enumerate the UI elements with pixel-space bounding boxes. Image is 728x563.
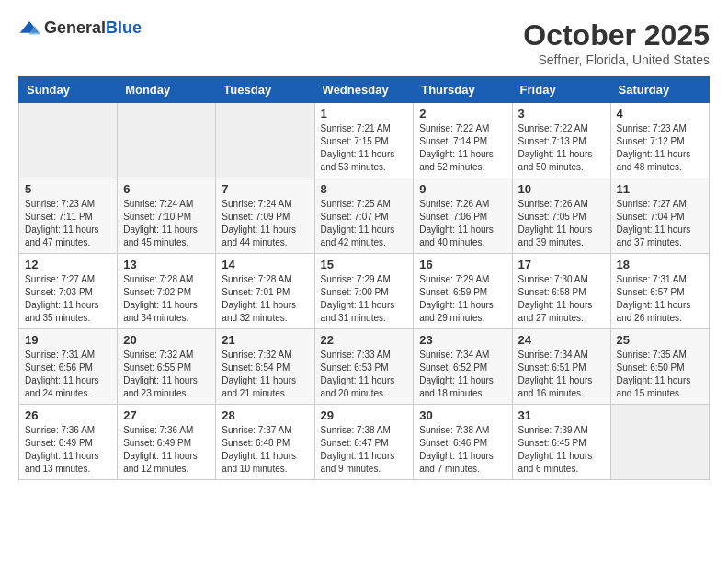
calendar-cell: 4Sunrise: 7:23 AM Sunset: 7:12 PM Daylig… bbox=[610, 103, 709, 178]
day-info: Sunrise: 7:29 AM Sunset: 7:00 PM Dayligh… bbox=[321, 273, 408, 325]
day-number: 20 bbox=[123, 333, 210, 347]
calendar-cell: 20Sunrise: 7:32 AM Sunset: 6:55 PM Dayli… bbox=[118, 329, 216, 405]
calendar-cell: 8Sunrise: 7:25 AM Sunset: 7:07 PM Daylig… bbox=[314, 178, 414, 254]
calendar-cell: 22Sunrise: 7:33 AM Sunset: 6:53 PM Dayli… bbox=[314, 329, 414, 405]
weekday-header-wednesday: Wednesday bbox=[314, 77, 414, 103]
day-number: 30 bbox=[419, 408, 506, 422]
day-info: Sunrise: 7:27 AM Sunset: 7:03 PM Dayligh… bbox=[25, 273, 111, 325]
day-info: Sunrise: 7:35 AM Sunset: 6:50 PM Dayligh… bbox=[617, 349, 703, 400]
day-number: 5 bbox=[25, 182, 111, 196]
day-number: 11 bbox=[617, 182, 703, 196]
calendar-cell bbox=[19, 103, 118, 178]
calendar-cell: 13Sunrise: 7:28 AM Sunset: 7:02 PM Dayli… bbox=[118, 254, 216, 329]
calendar-cell: 3Sunrise: 7:22 AM Sunset: 7:13 PM Daylig… bbox=[512, 103, 610, 178]
day-info: Sunrise: 7:28 AM Sunset: 7:02 PM Dayligh… bbox=[123, 273, 210, 325]
calendar-cell: 19Sunrise: 7:31 AM Sunset: 6:56 PM Dayli… bbox=[19, 329, 118, 405]
calendar-week-row: 19Sunrise: 7:31 AM Sunset: 6:56 PM Dayli… bbox=[19, 329, 710, 405]
calendar-cell: 28Sunrise: 7:37 AM Sunset: 6:48 PM Dayli… bbox=[216, 405, 314, 480]
location-subtitle: Seffner, Florida, United States bbox=[523, 52, 710, 67]
day-info: Sunrise: 7:22 AM Sunset: 7:14 PM Dayligh… bbox=[419, 122, 506, 174]
day-number: 17 bbox=[518, 258, 605, 271]
day-info: Sunrise: 7:24 AM Sunset: 7:09 PM Dayligh… bbox=[222, 198, 308, 249]
day-info: Sunrise: 7:28 AM Sunset: 7:01 PM Dayligh… bbox=[222, 273, 308, 325]
day-number: 22 bbox=[321, 333, 408, 347]
calendar-cell: 16Sunrise: 7:29 AM Sunset: 6:59 PM Dayli… bbox=[414, 254, 512, 329]
day-number: 23 bbox=[419, 333, 506, 347]
calendar-cell: 29Sunrise: 7:38 AM Sunset: 6:47 PM Dayli… bbox=[314, 405, 414, 480]
day-number: 13 bbox=[123, 258, 210, 271]
day-number: 6 bbox=[123, 182, 210, 196]
day-number: 8 bbox=[321, 182, 408, 196]
weekday-header-row: SundayMondayTuesdayWednesdayThursdayFrid… bbox=[19, 77, 710, 103]
calendar-cell: 11Sunrise: 7:27 AM Sunset: 7:04 PM Dayli… bbox=[610, 178, 709, 254]
day-number: 15 bbox=[321, 258, 408, 271]
day-number: 19 bbox=[25, 333, 111, 347]
day-info: Sunrise: 7:26 AM Sunset: 7:05 PM Dayligh… bbox=[518, 198, 605, 249]
calendar-cell: 27Sunrise: 7:36 AM Sunset: 6:49 PM Dayli… bbox=[118, 405, 216, 480]
calendar: SundayMondayTuesdayWednesdayThursdayFrid… bbox=[18, 76, 710, 480]
calendar-cell: 23Sunrise: 7:34 AM Sunset: 6:52 PM Dayli… bbox=[414, 329, 512, 405]
calendar-cell: 30Sunrise: 7:38 AM Sunset: 6:46 PM Dayli… bbox=[414, 405, 512, 480]
title-area: October 2025 Seffner, Florida, United St… bbox=[523, 18, 710, 67]
day-number: 29 bbox=[321, 408, 408, 422]
day-number: 27 bbox=[123, 408, 210, 422]
day-number: 12 bbox=[25, 258, 111, 271]
day-number: 26 bbox=[25, 408, 111, 422]
calendar-cell: 31Sunrise: 7:39 AM Sunset: 6:45 PM Dayli… bbox=[512, 405, 610, 480]
day-info: Sunrise: 7:29 AM Sunset: 6:59 PM Dayligh… bbox=[419, 273, 506, 325]
day-info: Sunrise: 7:30 AM Sunset: 6:58 PM Dayligh… bbox=[518, 273, 605, 325]
calendar-cell bbox=[118, 103, 216, 178]
day-number: 31 bbox=[518, 408, 605, 422]
day-info: Sunrise: 7:38 AM Sunset: 6:46 PM Dayligh… bbox=[419, 424, 506, 476]
day-number: 25 bbox=[617, 333, 703, 347]
weekday-header-saturday: Saturday bbox=[610, 77, 709, 103]
day-info: Sunrise: 7:26 AM Sunset: 7:06 PM Dayligh… bbox=[419, 198, 506, 249]
day-info: Sunrise: 7:36 AM Sunset: 6:49 PM Dayligh… bbox=[123, 424, 210, 476]
day-info: Sunrise: 7:39 AM Sunset: 6:45 PM Dayligh… bbox=[518, 424, 605, 476]
weekday-header-tuesday: Tuesday bbox=[216, 77, 314, 103]
weekday-header-friday: Friday bbox=[512, 77, 610, 103]
logo-icon bbox=[18, 19, 40, 38]
calendar-cell: 14Sunrise: 7:28 AM Sunset: 7:01 PM Dayli… bbox=[216, 254, 314, 329]
calendar-cell: 9Sunrise: 7:26 AM Sunset: 7:06 PM Daylig… bbox=[414, 178, 512, 254]
calendar-cell: 21Sunrise: 7:32 AM Sunset: 6:54 PM Dayli… bbox=[216, 329, 314, 405]
day-info: Sunrise: 7:23 AM Sunset: 7:12 PM Dayligh… bbox=[617, 122, 703, 174]
calendar-cell: 5Sunrise: 7:23 AM Sunset: 7:11 PM Daylig… bbox=[19, 178, 118, 254]
logo-text: GeneralBlue bbox=[44, 18, 142, 38]
day-number: 9 bbox=[419, 182, 506, 196]
day-number: 4 bbox=[617, 107, 703, 121]
day-info: Sunrise: 7:34 AM Sunset: 6:52 PM Dayligh… bbox=[419, 349, 506, 400]
day-number: 1 bbox=[321, 107, 408, 121]
calendar-cell: 12Sunrise: 7:27 AM Sunset: 7:03 PM Dayli… bbox=[19, 254, 118, 329]
day-info: Sunrise: 7:33 AM Sunset: 6:53 PM Dayligh… bbox=[321, 349, 408, 400]
day-info: Sunrise: 7:25 AM Sunset: 7:07 PM Dayligh… bbox=[321, 198, 408, 249]
day-info: Sunrise: 7:38 AM Sunset: 6:47 PM Dayligh… bbox=[321, 424, 408, 476]
calendar-week-row: 1Sunrise: 7:21 AM Sunset: 7:15 PM Daylig… bbox=[19, 103, 710, 178]
weekday-header-sunday: Sunday bbox=[19, 77, 118, 103]
day-info: Sunrise: 7:32 AM Sunset: 6:54 PM Dayligh… bbox=[222, 349, 308, 400]
day-number: 18 bbox=[617, 258, 703, 271]
day-info: Sunrise: 7:21 AM Sunset: 7:15 PM Dayligh… bbox=[321, 122, 408, 174]
day-info: Sunrise: 7:23 AM Sunset: 7:11 PM Dayligh… bbox=[25, 198, 111, 249]
calendar-cell: 18Sunrise: 7:31 AM Sunset: 6:57 PM Dayli… bbox=[610, 254, 709, 329]
day-number: 7 bbox=[222, 182, 308, 196]
day-number: 14 bbox=[222, 258, 308, 271]
logo-general: General bbox=[44, 18, 106, 37]
calendar-cell: 25Sunrise: 7:35 AM Sunset: 6:50 PM Dayli… bbox=[610, 329, 709, 405]
calendar-cell: 17Sunrise: 7:30 AM Sunset: 6:58 PM Dayli… bbox=[512, 254, 610, 329]
calendar-week-row: 26Sunrise: 7:36 AM Sunset: 6:49 PM Dayli… bbox=[19, 405, 710, 480]
day-info: Sunrise: 7:32 AM Sunset: 6:55 PM Dayligh… bbox=[123, 349, 210, 400]
day-number: 28 bbox=[222, 408, 308, 422]
calendar-cell: 26Sunrise: 7:36 AM Sunset: 6:49 PM Dayli… bbox=[19, 405, 118, 480]
day-info: Sunrise: 7:34 AM Sunset: 6:51 PM Dayligh… bbox=[518, 349, 605, 400]
month-title: October 2025 bbox=[523, 18, 710, 52]
day-number: 2 bbox=[419, 107, 506, 121]
calendar-cell: 6Sunrise: 7:24 AM Sunset: 7:10 PM Daylig… bbox=[118, 178, 216, 254]
logo: GeneralBlue bbox=[18, 18, 142, 38]
day-info: Sunrise: 7:36 AM Sunset: 6:49 PM Dayligh… bbox=[25, 424, 111, 476]
calendar-cell bbox=[216, 103, 314, 178]
calendar-cell: 10Sunrise: 7:26 AM Sunset: 7:05 PM Dayli… bbox=[512, 178, 610, 254]
calendar-cell bbox=[610, 405, 709, 480]
calendar-cell: 2Sunrise: 7:22 AM Sunset: 7:14 PM Daylig… bbox=[414, 103, 512, 178]
calendar-cell: 1Sunrise: 7:21 AM Sunset: 7:15 PM Daylig… bbox=[314, 103, 414, 178]
